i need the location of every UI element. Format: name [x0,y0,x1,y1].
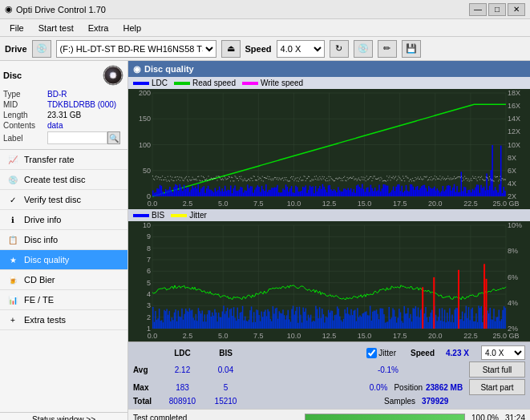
disc-length-key: Length [3,111,47,119]
jitter-color [171,214,187,217]
progress-pct: 100.0% [471,414,499,420]
legend-bis: BIS [133,211,164,220]
jitter-checkbox-container: Jitter [366,348,396,358]
sidebar-label-fe-te: FE / TE [24,295,54,305]
max-label: Max [133,383,157,392]
samples-val: 379929 [422,397,462,406]
disc-label-row: Label 🔍 [3,131,124,144]
sidebar-item-create-test-disc[interactable]: 💿 Create test disc [0,170,127,190]
disc-mid-val: TDKBLDRBB (000) [47,100,116,109]
menu-help[interactable]: Help [116,22,148,34]
disc-type-val: BD-R [47,90,67,99]
refresh-button[interactable]: ↻ [330,40,349,58]
ldc-label: LDC [152,79,168,87]
disc-contents-key: Contents [3,121,47,130]
sidebar-item-fe-te[interactable]: 📊 FE / TE [0,290,127,310]
sidebar-item-disc-quality[interactable]: ★ Disc quality [0,250,127,270]
legend-ldc: LDC [133,79,168,87]
jitter-checkbox[interactable] [366,348,377,358]
total-bis: 15210 [208,397,244,406]
content-area: Disc [0,61,530,420]
chart-header: ◉ Disc quality [128,61,530,77]
time-text: 31:24 [505,414,525,420]
write-button[interactable]: ✏ [378,40,397,58]
drive-bar: Drive 💿 (F:) HL-DT-ST BD-RE WH16NS58 TST… [0,37,530,61]
drive-info-icon: ℹ [6,213,19,226]
menu-file[interactable]: File [3,22,30,34]
stats-avg-row: Avg 2.12 0.04 -0.1% Start full [133,361,525,378]
close-button[interactable]: ✕ [508,3,525,16]
col-speed: Speed [403,349,443,357]
drive-select[interactable]: (F:) HL-DT-ST BD-RE WH16NS58 TST4 [56,40,216,58]
progress-bar-container [305,414,465,421]
avg-label: Avg [133,365,157,374]
sidebar-item-disc-info[interactable]: 📋 Disc info [0,230,127,250]
disc-info-icon: 📋 [6,233,19,246]
disc-button[interactable]: 💿 [354,40,373,58]
menu-extra[interactable]: Extra [82,22,115,34]
sidebar-item-extra-tests[interactable]: + Extra tests [0,310,127,330]
left-panel: Disc [0,61,128,420]
disc-label-input[interactable] [47,131,107,144]
sidebar-label-verify-test-disc: Verify test disc [24,195,81,204]
disc-svg [103,65,123,86]
fe-te-icon: 📊 [6,293,19,306]
transfer-rate-icon: 📈 [6,153,19,166]
disc-quality-icon: ★ [6,253,19,266]
sidebar-item-verify-test-disc[interactable]: ✓ Verify test disc [0,190,127,210]
drive-icon: 💿 [32,40,51,58]
status-text: Test completed [133,414,301,420]
top-chart-area [128,89,530,209]
stats-header-row: LDC BIS Jitter Speed 4.23 X 4.0 X [133,345,525,360]
disc-header: Disc [3,64,124,87]
bis-color [133,214,149,217]
titlebar: ◉ Opti Drive Control 1.70 — □ ✕ [0,0,530,19]
write-speed-label: Write speed [261,79,303,87]
minimize-button[interactable]: — [469,3,487,16]
start-full-button[interactable]: Start full [469,361,525,378]
top-chart-canvas [128,89,530,209]
disc-contents-val[interactable]: data [47,121,63,130]
sidebar-item-transfer-rate[interactable]: 📈 Transfer rate [0,150,127,170]
eject-button[interactable]: ⏏ [221,40,241,58]
stats-total-row: Total 808910 15210 Samples 379929 [133,397,525,406]
right-panel: ◉ Disc quality LDC Read speed Write spee… [128,61,530,420]
sidebar-label-disc-info: Disc info [24,235,58,244]
speed-select[interactable]: 4.0 X [277,40,325,58]
cd-bier-icon: 🍺 [6,273,19,286]
disc-label-btn[interactable]: 🔍 [107,131,120,144]
legend-write-speed: Write speed [242,79,303,87]
save-button[interactable]: 💾 [402,40,421,58]
svg-point-3 [104,67,122,84]
disc-mid-key: MID [3,100,47,109]
maximize-button[interactable]: □ [488,3,506,16]
disc-type-key: Type [3,90,47,99]
drive-label: Drive [5,44,27,54]
start-part-button[interactable]: Start part [469,379,525,395]
disc-contents-row: Contents data [3,121,124,130]
avg-ldc: 2.12 [160,365,204,374]
stats-max-row: Max 183 5 0.0% Position 23862 MB Start p… [133,379,525,395]
disc-length-row: Length 23.31 GB [3,111,124,119]
col-bis: BIS [208,349,244,357]
legend-jitter: Jitter [171,211,207,220]
write-speed-color [242,82,258,85]
avg-jitter: -0.1% [322,365,399,374]
sidebar-item-drive-info[interactable]: ℹ Drive info [0,210,127,230]
disc-mid-row: MID TDKBLDRBB (000) [3,100,124,109]
speed-dropdown[interactable]: 4.0 X [481,345,525,360]
speed-label: Speed [245,44,272,54]
disc-label-key: Label [3,134,47,143]
sidebar-label-transfer-rate: Transfer rate [24,155,75,164]
jitter-check-label: Jitter [378,349,396,357]
verify-test-disc-icon: ✓ [6,193,19,206]
status-window-btn[interactable]: Status window >> [0,412,127,420]
sidebar-label-disc-quality: Disc quality [24,255,69,265]
speed-avg-val: 4.23 X [446,349,478,357]
sidebar-item-cd-bier[interactable]: 🍺 CD Bier [0,270,127,290]
jitter-label: Jitter [189,211,207,220]
menubar: File Start test Extra Help [0,19,530,37]
menu-start-test[interactable]: Start test [32,22,80,34]
disc-type-row: Type BD-R [3,90,124,99]
legend-read-speed: Read speed [174,79,236,87]
